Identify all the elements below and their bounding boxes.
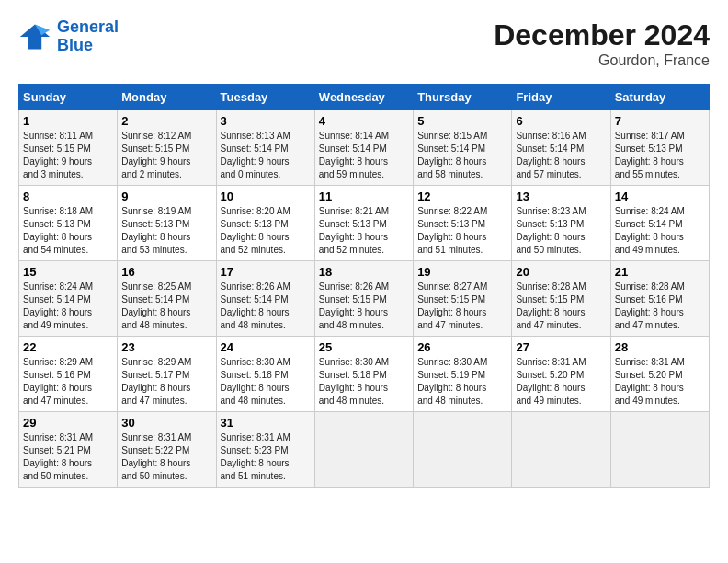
day-cell: 25Sunrise: 8:30 AMSunset: 5:18 PMDayligh… (314, 337, 413, 412)
col-header-wednesday: Wednesday (314, 85, 413, 110)
day-number: 8 (23, 190, 113, 203)
day-cell: 9Sunrise: 8:19 AMSunset: 5:13 PMDaylight… (118, 186, 216, 261)
day-number: 19 (417, 265, 507, 279)
day-cell: 13Sunrise: 8:23 AMSunset: 5:13 PMDayligh… (512, 186, 610, 261)
day-cell: 21Sunrise: 8:28 AMSunset: 5:16 PMDayligh… (610, 261, 709, 337)
day-number: 1 (23, 114, 113, 128)
day-number: 11 (319, 190, 409, 203)
day-number: 24 (221, 340, 311, 354)
day-cell: 1Sunrise: 8:11 AMSunset: 5:15 PMDaylight… (19, 110, 118, 186)
day-number: 26 (417, 340, 507, 354)
day-info: Sunrise: 8:24 AMSunset: 5:14 PMDaylight:… (615, 205, 705, 257)
day-info: Sunrise: 8:12 AMSunset: 5:15 PMDaylight:… (121, 130, 211, 181)
day-number: 31 (221, 416, 311, 430)
col-header-thursday: Thursday (414, 85, 512, 110)
day-number: 10 (221, 190, 311, 203)
day-cell (512, 412, 610, 488)
day-cell: 26Sunrise: 8:30 AMSunset: 5:19 PMDayligh… (414, 337, 512, 412)
day-number: 30 (121, 416, 211, 430)
day-cell: 5Sunrise: 8:15 AMSunset: 5:14 PMDaylight… (414, 110, 512, 186)
day-info: Sunrise: 8:25 AMSunset: 5:14 PMDaylight:… (121, 281, 211, 332)
day-info: Sunrise: 8:22 AMSunset: 5:13 PMDaylight:… (417, 205, 507, 257)
day-cell: 28Sunrise: 8:31 AMSunset: 5:20 PMDayligh… (610, 337, 709, 412)
week-row-3: 15Sunrise: 8:24 AMSunset: 5:14 PMDayligh… (19, 261, 710, 337)
day-info: Sunrise: 8:31 AMSunset: 5:23 PMDaylight:… (221, 431, 311, 483)
day-info: Sunrise: 8:30 AMSunset: 5:18 PMDaylight:… (221, 356, 311, 408)
day-cell: 31Sunrise: 8:31 AMSunset: 5:23 PMDayligh… (216, 412, 314, 488)
day-cell: 15Sunrise: 8:24 AMSunset: 5:14 PMDayligh… (19, 261, 118, 337)
day-number: 2 (121, 114, 211, 128)
day-info: Sunrise: 8:13 AMSunset: 5:14 PMDaylight:… (221, 130, 311, 181)
day-number: 7 (615, 114, 705, 128)
day-cell (414, 412, 512, 488)
day-cell: 19Sunrise: 8:27 AMSunset: 5:15 PMDayligh… (414, 261, 512, 337)
day-number: 16 (121, 265, 211, 279)
day-info: Sunrise: 8:20 AMSunset: 5:13 PMDaylight:… (221, 205, 311, 257)
day-info: Sunrise: 8:26 AMSunset: 5:14 PMDaylight:… (221, 281, 311, 332)
day-number: 22 (23, 340, 113, 354)
day-number: 12 (417, 190, 507, 203)
day-cell: 4Sunrise: 8:14 AMSunset: 5:14 PMDaylight… (314, 110, 413, 186)
day-number: 27 (516, 340, 606, 354)
day-cell: 27Sunrise: 8:31 AMSunset: 5:20 PMDayligh… (512, 337, 610, 412)
day-info: Sunrise: 8:24 AMSunset: 5:14 PMDaylight:… (23, 281, 113, 332)
day-number: 9 (121, 190, 211, 203)
day-number: 29 (23, 416, 113, 430)
logo: General Blue (18, 18, 119, 55)
day-cell: 12Sunrise: 8:22 AMSunset: 5:13 PMDayligh… (414, 186, 512, 261)
col-header-monday: Monday (118, 85, 216, 110)
day-cell: 3Sunrise: 8:13 AMSunset: 5:14 PMDaylight… (216, 110, 314, 186)
day-cell: 22Sunrise: 8:29 AMSunset: 5:16 PMDayligh… (19, 337, 118, 412)
day-info: Sunrise: 8:29 AMSunset: 5:16 PMDaylight:… (23, 356, 113, 408)
page-subtitle: Gourdon, France (494, 52, 710, 69)
logo-icon (18, 20, 51, 53)
day-info: Sunrise: 8:18 AMSunset: 5:13 PMDaylight:… (23, 205, 113, 257)
day-info: Sunrise: 8:11 AMSunset: 5:15 PMDaylight:… (23, 130, 113, 181)
week-row-5: 29Sunrise: 8:31 AMSunset: 5:21 PMDayligh… (19, 412, 710, 488)
day-cell: 11Sunrise: 8:21 AMSunset: 5:13 PMDayligh… (314, 186, 413, 261)
page-title: December 2024 (494, 18, 710, 52)
day-number: 6 (516, 114, 606, 128)
day-cell: 17Sunrise: 8:26 AMSunset: 5:14 PMDayligh… (216, 261, 314, 337)
day-number: 20 (516, 265, 606, 279)
day-info: Sunrise: 8:23 AMSunset: 5:13 PMDaylight:… (516, 205, 606, 257)
page-header: General Blue December 2024 Gourdon, Fran… (18, 18, 710, 69)
day-number: 17 (221, 265, 311, 279)
day-info: Sunrise: 8:30 AMSunset: 5:18 PMDaylight:… (319, 356, 409, 408)
day-number: 23 (121, 340, 211, 354)
day-info: Sunrise: 8:27 AMSunset: 5:15 PMDaylight:… (417, 281, 507, 332)
day-cell: 18Sunrise: 8:26 AMSunset: 5:15 PMDayligh… (314, 261, 413, 337)
day-info: Sunrise: 8:28 AMSunset: 5:15 PMDaylight:… (516, 281, 606, 332)
col-header-friday: Friday (512, 85, 610, 110)
day-number: 13 (516, 190, 606, 203)
day-cell: 6Sunrise: 8:16 AMSunset: 5:14 PMDaylight… (512, 110, 610, 186)
day-number: 28 (615, 340, 705, 354)
day-info: Sunrise: 8:29 AMSunset: 5:17 PMDaylight:… (121, 356, 211, 408)
day-cell: 16Sunrise: 8:25 AMSunset: 5:14 PMDayligh… (118, 261, 216, 337)
day-cell: 14Sunrise: 8:24 AMSunset: 5:14 PMDayligh… (610, 186, 709, 261)
logo-text: General Blue (57, 18, 119, 55)
day-cell: 20Sunrise: 8:28 AMSunset: 5:15 PMDayligh… (512, 261, 610, 337)
day-info: Sunrise: 8:15 AMSunset: 5:14 PMDaylight:… (417, 130, 507, 181)
day-cell: 23Sunrise: 8:29 AMSunset: 5:17 PMDayligh… (118, 337, 216, 412)
svg-marker-0 (20, 24, 50, 49)
day-cell (314, 412, 413, 488)
week-row-1: 1Sunrise: 8:11 AMSunset: 5:15 PMDaylight… (19, 110, 710, 186)
day-number: 21 (615, 265, 705, 279)
day-number: 3 (221, 114, 311, 128)
day-info: Sunrise: 8:14 AMSunset: 5:14 PMDaylight:… (319, 130, 409, 181)
day-info: Sunrise: 8:19 AMSunset: 5:13 PMDaylight:… (121, 205, 211, 257)
day-cell: 7Sunrise: 8:17 AMSunset: 5:13 PMDaylight… (610, 110, 709, 186)
day-cell: 2Sunrise: 8:12 AMSunset: 5:15 PMDaylight… (118, 110, 216, 186)
day-info: Sunrise: 8:30 AMSunset: 5:19 PMDaylight:… (417, 356, 507, 408)
day-info: Sunrise: 8:26 AMSunset: 5:15 PMDaylight:… (319, 281, 409, 332)
day-number: 18 (319, 265, 409, 279)
day-cell: 24Sunrise: 8:30 AMSunset: 5:18 PMDayligh… (216, 337, 314, 412)
header-row: SundayMondayTuesdayWednesdayThursdayFrid… (19, 85, 710, 110)
col-header-tuesday: Tuesday (216, 85, 314, 110)
week-row-4: 22Sunrise: 8:29 AMSunset: 5:16 PMDayligh… (19, 337, 710, 412)
day-number: 5 (417, 114, 507, 128)
day-cell (610, 412, 709, 488)
day-cell: 29Sunrise: 8:31 AMSunset: 5:21 PMDayligh… (19, 412, 118, 488)
day-number: 4 (319, 114, 409, 128)
